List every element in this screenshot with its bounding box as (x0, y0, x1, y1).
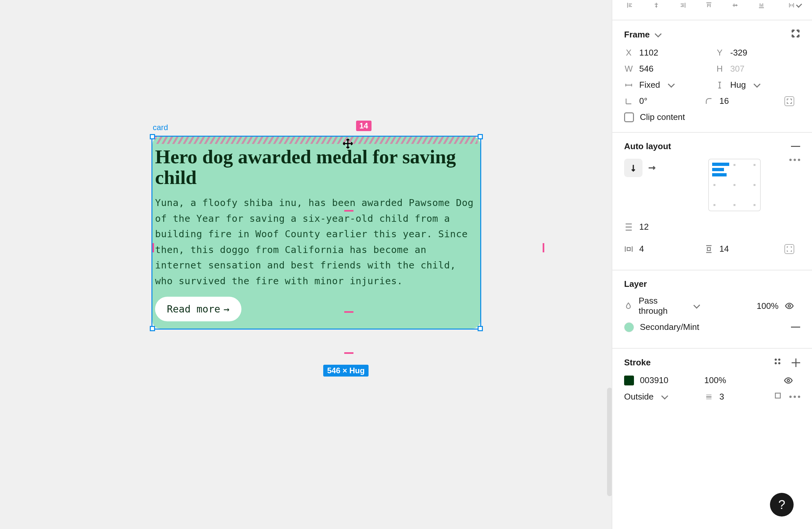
padding-h-value: 4 (639, 244, 644, 254)
corner-radius-field[interactable]: 16 (704, 96, 779, 106)
direction-horizontal-button[interactable] (642, 159, 661, 177)
align-v-center-icon[interactable] (729, 0, 741, 11)
vertical-constraint-icon (715, 81, 724, 90)
align-bottom-icon[interactable] (755, 0, 767, 11)
y-value: -329 (730, 48, 747, 58)
w-field[interactable]: W 546 (624, 64, 709, 74)
resize-to-fit-icon[interactable] (791, 29, 800, 40)
stroke-position: Outside (624, 392, 654, 402)
align-right-icon[interactable] (677, 0, 688, 11)
padding-vertical-field[interactable]: 14 (704, 244, 779, 254)
stroke-visibility-toggle[interactable] (784, 375, 793, 385)
spacing-tick[interactable] (543, 243, 544, 252)
padding-top-badge: 14 (356, 120, 372, 131)
card-body[interactable]: Yuna, a floofy shiba inu, has been award… (155, 195, 478, 289)
spacing-tick[interactable] (153, 243, 154, 252)
spacing-tick[interactable] (344, 311, 353, 313)
horizontal-constraint-icon (624, 81, 633, 90)
stroke-sides-icon[interactable] (773, 391, 782, 402)
x-field[interactable]: X 1102 (624, 48, 709, 58)
spacing-tick[interactable] (344, 352, 353, 354)
arrow-right-icon: → (224, 303, 230, 315)
rotation-field[interactable]: 0° (624, 96, 698, 106)
w-label: W (624, 64, 633, 74)
help-button[interactable]: ? (770, 493, 794, 516)
blend-mode-select[interactable]: Pass through (624, 296, 698, 316)
alignment-box[interactable] (708, 159, 761, 211)
align-row (612, 0, 812, 20)
opacity-field[interactable]: 100% (704, 301, 779, 311)
remove-autolayout-button[interactable] (791, 146, 800, 147)
stroke-opacity: 100% (704, 375, 726, 385)
stroke-section: Stroke 003910 100% (612, 348, 812, 418)
fill-swatch-icon (624, 322, 634, 332)
read-more-button[interactable]: Read more → (155, 297, 242, 321)
dimensions-badge: 546 × Hug (323, 365, 368, 376)
layer-section: Layer Pass through 100% Secondary/Mint (612, 270, 812, 348)
independent-corners-toggle[interactable] (784, 96, 794, 106)
padding-vertical-icon (704, 244, 713, 254)
resize-handle-top-left[interactable] (150, 134, 155, 139)
resize-handle-bottom-right[interactable] (478, 326, 483, 331)
stroke-position-select[interactable]: Outside (624, 392, 698, 402)
detach-style-button[interactable] (791, 327, 800, 328)
align-left-icon[interactable] (624, 0, 636, 11)
align-h-center-icon[interactable] (650, 0, 662, 11)
padding-highlight-top[interactable] (155, 137, 478, 144)
x-value: 1102 (639, 48, 658, 58)
svg-rect-6 (775, 393, 780, 398)
svg-point-0 (788, 305, 791, 307)
stroke-hex: 003910 (640, 375, 668, 385)
angle-icon (624, 97, 633, 106)
h-field[interactable]: H 307 (715, 64, 800, 74)
frame-name-label[interactable]: card (153, 123, 168, 132)
h-mode-value: Hug (730, 80, 746, 90)
read-more-label: Read more (167, 303, 220, 315)
fill-style-row[interactable]: Secondary/Mint (624, 322, 779, 332)
svg-point-1 (774, 358, 777, 361)
w-value: 546 (639, 64, 653, 74)
independent-padding-toggle[interactable] (784, 244, 794, 254)
stroke-color-field[interactable]: 003910 (624, 375, 698, 385)
padding-horizontal-icon (624, 244, 633, 254)
padding-v-value: 14 (719, 244, 729, 254)
design-panel: Frame X 1102 Y -329 W 546 H (612, 0, 812, 529)
align-top-icon[interactable] (703, 0, 715, 11)
canvas[interactable]: card 14 Hero dog awarded medal for savin… (0, 0, 612, 529)
stroke-styles-icon[interactable] (773, 357, 782, 368)
move-cursor-icon (342, 138, 353, 149)
frame-section: Frame X 1102 Y -329 W 546 H (612, 20, 812, 133)
layer-title: Layer (624, 279, 647, 289)
distribute-icon[interactable] (788, 0, 800, 11)
h-mode-select[interactable]: Hug (715, 80, 800, 90)
opacity-value: 100% (757, 301, 779, 311)
padding-horizontal-field[interactable]: 4 (624, 244, 698, 254)
h-label: H (715, 64, 724, 74)
gap-value: 12 (639, 222, 649, 232)
direction-vertical-button[interactable] (624, 159, 642, 177)
clip-content-toggle[interactable]: Clip content (624, 112, 800, 122)
autolayout-section: Auto layout (612, 133, 812, 270)
stroke-weight: 3 (719, 392, 724, 402)
svg-point-2 (778, 358, 781, 361)
blend-icon (624, 301, 633, 311)
visibility-toggle[interactable] (784, 301, 794, 311)
card-title[interactable]: Hero dog awarded medal for saving child (155, 146, 478, 188)
stroke-opacity-field[interactable]: 100% (704, 375, 779, 385)
clip-content-label: Clip content (640, 112, 685, 122)
card-frame[interactable]: Hero dog awarded medal for saving child … (153, 137, 480, 329)
spacing-tick[interactable] (344, 210, 353, 212)
stroke-weight-field[interactable]: 3 (704, 392, 779, 402)
gap-field[interactable]: 12 (624, 222, 800, 232)
selected-frame[interactable]: Hero dog awarded medal for saving child … (151, 136, 481, 330)
resize-handle-bottom-left[interactable] (150, 326, 155, 331)
stroke-swatch-icon (624, 375, 634, 385)
y-field[interactable]: Y -329 (715, 48, 800, 58)
frame-section-title[interactable]: Frame (624, 30, 660, 40)
add-stroke-button[interactable] (792, 358, 800, 367)
w-mode-select[interactable]: Fixed (624, 80, 709, 90)
autolayout-more-button[interactable] (784, 159, 800, 161)
resize-handle-top-right[interactable] (478, 134, 483, 139)
stroke-more-button[interactable] (789, 396, 800, 398)
x-label: X (624, 48, 633, 58)
